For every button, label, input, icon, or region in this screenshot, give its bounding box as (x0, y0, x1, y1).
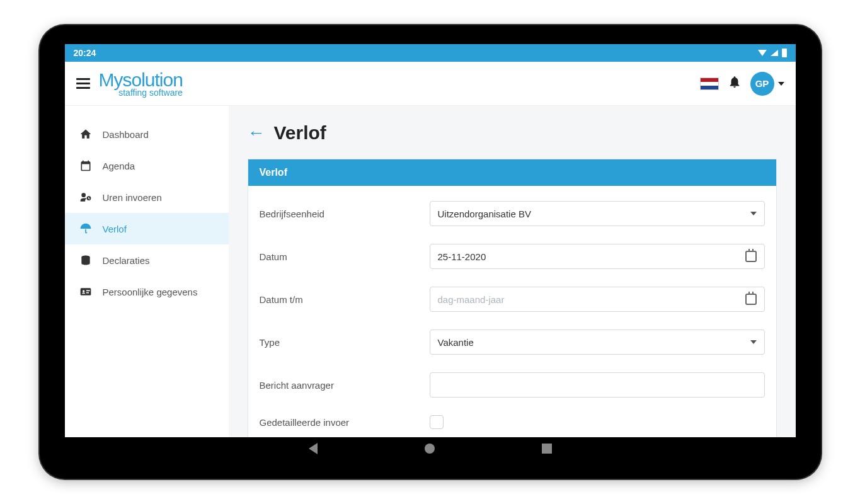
select-value: Vakantie (438, 337, 474, 348)
sidebar-item-label: Dashboard (103, 129, 149, 140)
nav-back-icon[interactable] (309, 443, 318, 454)
bericht-value[interactable] (438, 380, 757, 391)
sidebar-item-label: Uren invoeren (103, 192, 162, 203)
signal-icon (771, 50, 778, 56)
type-select[interactable]: Vakantie (430, 329, 765, 355)
svg-rect-5 (86, 292, 88, 294)
sidebar-item-label: Declaraties (103, 255, 150, 266)
id-card-icon (79, 285, 93, 299)
field-gedetailleerd: Gedetailleerde invoer (260, 406, 765, 437)
avatar: GP (750, 72, 774, 96)
wifi-icon (758, 50, 767, 56)
select-value: Uitzendorganisatie BV (438, 209, 531, 219)
chevron-down-icon (750, 340, 757, 344)
card-header: Verlof (248, 159, 776, 186)
sidebar-item-label: Persoonlijke gegevens (103, 287, 198, 297)
nav-home-icon[interactable] (425, 444, 435, 454)
sidebar-item-persoonlijk[interactable]: Persoonlijke gegevens (65, 276, 229, 307)
field-bedrijfseenheid: Bedrijfseenheid Uitzendorganisatie BV (260, 192, 765, 235)
field-label: Datum t/m (260, 294, 430, 305)
language-flag-nl[interactable] (700, 77, 719, 90)
bedrijfseenheid-select[interactable]: Uitzendorganisatie BV (430, 201, 765, 226)
svg-rect-2 (80, 288, 91, 295)
back-arrow-icon[interactable]: ← (248, 123, 265, 143)
chevron-down-icon (778, 82, 784, 86)
logo-main: Mysolution (99, 71, 183, 89)
svg-point-0 (81, 193, 86, 197)
status-time: 20:24 (74, 48, 96, 58)
field-label: Datum (260, 251, 430, 262)
umbrella-icon (79, 222, 93, 236)
sidebar-item-declaraties[interactable]: Declaraties (65, 244, 229, 276)
datum-input[interactable] (430, 244, 765, 269)
field-label: Gedetailleerde invoer (260, 417, 430, 428)
verlof-card: Verlof Bedrijfseenheid Uitzendorganisati… (248, 159, 777, 437)
content: ← Verlof Verlof Bedrijfseenheid Uitzendo… (229, 106, 796, 437)
page-title: Verlof (274, 122, 326, 144)
field-bericht: Bericht aanvrager (260, 364, 765, 406)
logo: Mysolution staffing software (99, 71, 183, 97)
page-title-row: ← Verlof (248, 122, 777, 144)
sidebar-item-uren[interactable]: Uren invoeren (65, 181, 229, 213)
nav-recent-icon[interactable] (542, 444, 552, 454)
calendar-icon[interactable] (745, 251, 757, 262)
sidebar-item-label: Verlof (103, 224, 127, 234)
field-datum: Datum (260, 235, 765, 278)
app-body: Dashboard Agenda Uren invoeren (65, 106, 796, 437)
android-status-bar: 20:24 (65, 44, 796, 62)
svg-rect-4 (86, 290, 89, 292)
gedetailleerd-checkbox[interactable] (430, 415, 444, 429)
logo-sub: staffing software (99, 88, 183, 97)
field-label: Bedrijfseenheid (260, 209, 430, 219)
field-label: Type (260, 337, 430, 348)
screen: 20:24 Mysolution staffing software (65, 44, 796, 437)
home-icon (79, 127, 93, 141)
coins-icon (79, 253, 93, 267)
sidebar-item-dashboard[interactable]: Dashboard (65, 118, 229, 150)
user-menu[interactable]: GP (750, 72, 784, 96)
battery-icon (782, 49, 787, 57)
datum-value[interactable] (438, 251, 745, 262)
status-indicators (758, 49, 787, 57)
sidebar-item-label: Agenda (103, 161, 135, 171)
clock-user-icon (79, 190, 93, 204)
chevron-down-icon (750, 212, 757, 215)
datum-tm-input[interactable] (430, 287, 765, 312)
sidebar: Dashboard Agenda Uren invoeren (65, 106, 229, 437)
tablet-frame: 20:24 Mysolution staffing software (40, 25, 821, 479)
menu-button[interactable] (76, 78, 90, 89)
calendar-icon (79, 159, 93, 173)
field-datum-tm: Datum t/m (260, 278, 765, 321)
notifications-icon[interactable] (728, 75, 742, 93)
svg-point-3 (83, 290, 84, 292)
sidebar-item-agenda[interactable]: Agenda (65, 150, 229, 181)
field-type: Type Vakantie (260, 321, 765, 364)
card-body: Bedrijfseenheid Uitzendorganisatie BV Da… (248, 186, 776, 437)
field-label: Bericht aanvrager (260, 380, 430, 391)
app-header: Mysolution staffing software GP (65, 62, 796, 106)
android-nav-bar (65, 437, 796, 460)
calendar-icon[interactable] (745, 294, 757, 305)
bericht-input[interactable] (430, 372, 765, 398)
datum-tm-value[interactable] (438, 294, 745, 305)
sidebar-item-verlof[interactable]: Verlof (65, 213, 229, 244)
